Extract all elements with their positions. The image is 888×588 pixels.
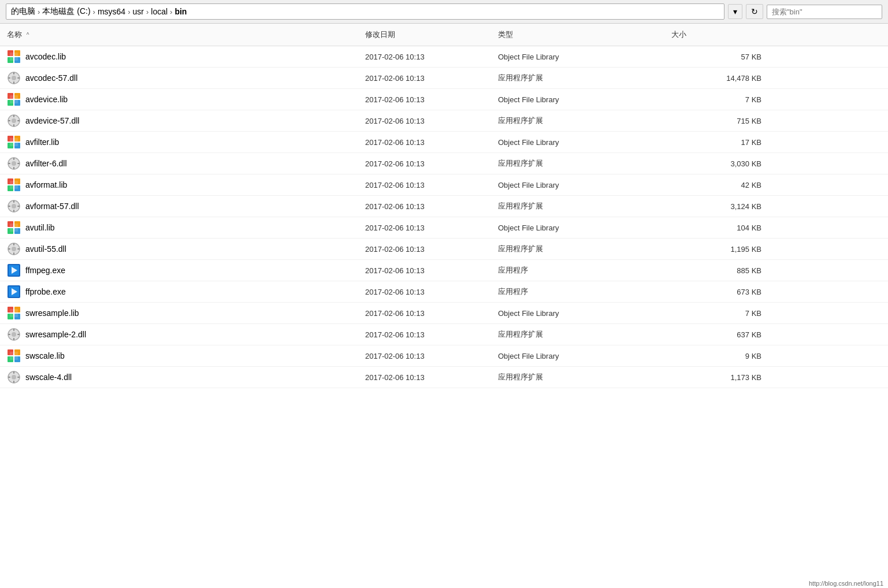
table-row[interactable]: ffmpeg.exe 2017-02-06 10:13 应用程序 885 KB — [0, 260, 888, 281]
file-date: 2017-02-06 10:13 — [358, 50, 491, 64]
search-input[interactable] — [767, 5, 882, 19]
file-name: avformat-57.dll — [25, 202, 79, 211]
svg-rect-53 — [8, 248, 10, 250]
file-type: 应用程序扩展 — [491, 241, 664, 256]
table-row[interactable]: avdevice-57.dll 2017-02-06 10:13 应用程序扩展 … — [0, 110, 888, 132]
lib-icon — [7, 50, 21, 64]
table-row[interactable]: avcodec.lib 2017-02-06 10:13 Object File… — [0, 46, 888, 68]
file-type: 应用程序扩展 — [491, 70, 664, 85]
svg-rect-29 — [13, 158, 14, 160]
dropdown-button[interactable]: ▾ — [728, 4, 742, 19]
breadcrumb-path[interactable]: 的电脑 › 本地磁盘 (C:) › msys64 › usr › local ›… — [6, 3, 724, 20]
exe-icon — [7, 263, 21, 277]
file-size: 3,124 KB — [664, 200, 768, 213]
svg-point-39 — [12, 204, 16, 209]
breadcrumb-item-mypc[interactable]: 的电脑 — [11, 6, 35, 17]
svg-rect-26 — [10, 138, 18, 146]
svg-rect-20 — [8, 120, 10, 121]
refresh-button[interactable]: ↻ — [746, 4, 763, 19]
dll-icon — [7, 71, 21, 85]
file-size: 715 KB — [664, 114, 768, 128]
file-date: 2017-02-06 10:13 — [358, 371, 491, 384]
file-type: Object File Library — [491, 93, 664, 106]
svg-point-6 — [12, 76, 16, 80]
table-row[interactable]: swscale-4.dll 2017-02-06 10:13 应用程序扩展 1,… — [0, 367, 888, 388]
breadcrumb-item-local[interactable]: local — [151, 7, 168, 16]
dll-icon — [7, 328, 21, 341]
file-name-cell: swscale-4.dll — [0, 368, 358, 386]
breadcrumb-item-bin[interactable]: bin — [174, 7, 187, 16]
dll-icon — [7, 370, 21, 384]
table-row[interactable]: avformat-57.dll 2017-02-06 10:13 应用程序扩展 … — [0, 196, 888, 217]
file-name: avutil.lib — [25, 223, 55, 232]
table-row[interactable]: avfilter-6.dll 2017-02-06 10:13 应用程序扩展 3… — [0, 153, 888, 174]
file-name: avutil-55.dll — [25, 244, 66, 254]
file-size: 885 KB — [664, 264, 768, 277]
svg-rect-42 — [8, 206, 10, 207]
col-header-size[interactable]: 大小 — [664, 27, 768, 42]
file-name: avfilter-6.dll — [25, 159, 67, 168]
table-row[interactable]: swresample-2.dll 2017-02-06 10:13 应用程序扩展… — [0, 324, 888, 345]
file-date: 2017-02-06 10:13 — [358, 136, 491, 149]
breadcrumb-item-drive[interactable]: 本地磁盘 (C:) — [42, 6, 90, 17]
table-row[interactable]: avdevice.lib 2017-02-06 10:13 Object Fil… — [0, 89, 888, 110]
sort-indicator: ^ — [27, 32, 29, 38]
col-header-name[interactable]: 名称 ^ — [0, 27, 358, 42]
svg-rect-40 — [13, 200, 14, 203]
table-row[interactable]: avutil-55.dll 2017-02-06 10:13 应用程序扩展 1,… — [0, 239, 888, 260]
svg-rect-15 — [10, 95, 18, 103]
breadcrumb-sep-1: › — [38, 8, 40, 16]
file-name: avcodec-57.dll — [25, 73, 77, 83]
file-size: 9 KB — [664, 349, 768, 363]
file-size: 3,030 KB — [664, 157, 768, 170]
breadcrumb-item-msys64[interactable]: msys64 — [98, 7, 125, 16]
file-date: 2017-02-06 10:13 — [358, 157, 491, 170]
lib-icon — [7, 178, 21, 192]
svg-rect-76 — [10, 352, 18, 360]
dll-icon — [7, 199, 21, 213]
file-date: 2017-02-06 10:13 — [358, 243, 491, 256]
svg-rect-21 — [17, 120, 20, 121]
table-row[interactable]: swscale.lib 2017-02-06 10:13 Object File… — [0, 345, 888, 367]
file-date: 2017-02-06 10:13 — [358, 178, 491, 192]
breadcrumb-sep-2: › — [93, 8, 95, 16]
file-name-cell: swresample-2.dll — [0, 325, 358, 344]
svg-rect-10 — [17, 77, 20, 79]
file-date: 2017-02-06 10:13 — [358, 349, 491, 363]
file-name: avformat.lib — [25, 180, 67, 189]
breadcrumb-sep-3: › — [128, 8, 130, 16]
col-header-type[interactable]: 类型 — [491, 27, 664, 42]
table-row[interactable]: avcodec-57.dll 2017-02-06 10:13 应用程序扩展 1… — [0, 68, 888, 89]
table-row[interactable]: avformat.lib 2017-02-06 10:13 Object Fil… — [0, 174, 888, 196]
svg-rect-54 — [17, 248, 20, 250]
file-type: 应用程序 — [491, 284, 664, 299]
file-name: swresample-2.dll — [25, 330, 86, 339]
svg-rect-41 — [13, 210, 14, 212]
file-name-cell: ffprobe.exe — [0, 282, 358, 301]
col-header-date[interactable]: 修改日期 — [358, 27, 491, 42]
breadcrumb-sep-5: › — [170, 8, 172, 16]
file-name-cell: avfilter.lib — [0, 133, 358, 151]
file-name-cell: swscale.lib — [0, 347, 358, 365]
file-name-cell: avutil.lib — [0, 218, 358, 237]
breadcrumb-item-usr[interactable]: usr — [132, 7, 143, 16]
file-name: swscale-4.dll — [25, 373, 72, 382]
file-date: 2017-02-06 10:13 — [358, 307, 491, 320]
file-name-cell: swresample.lib — [0, 304, 358, 322]
file-size: 7 KB — [664, 93, 768, 106]
svg-point-28 — [12, 161, 16, 166]
file-name: avdevice.lib — [25, 95, 68, 104]
svg-point-78 — [12, 375, 16, 379]
lib-icon — [7, 349, 21, 363]
table-row[interactable]: avutil.lib 2017-02-06 10:13 Object File … — [0, 217, 888, 239]
table-row[interactable]: ffprobe.exe 2017-02-06 10:13 应用程序 673 KB — [0, 281, 888, 303]
file-date: 2017-02-06 10:13 — [358, 72, 491, 85]
table-row[interactable]: avfilter.lib 2017-02-06 10:13 Object Fil… — [0, 132, 888, 153]
svg-point-17 — [12, 118, 16, 123]
dll-icon — [7, 157, 21, 170]
file-name: ffprobe.exe — [25, 287, 66, 296]
svg-rect-69 — [13, 338, 14, 340]
dll-icon — [7, 242, 21, 256]
svg-rect-48 — [10, 224, 18, 232]
table-row[interactable]: swresample.lib 2017-02-06 10:13 Object F… — [0, 303, 888, 324]
